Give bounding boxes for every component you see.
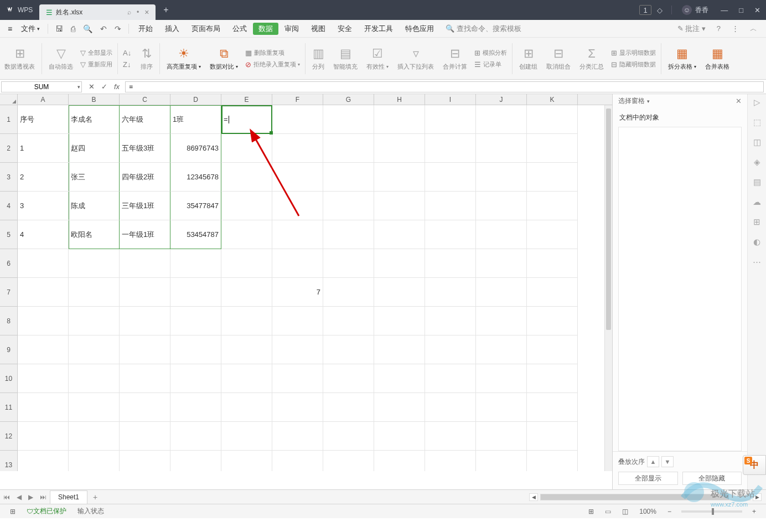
cell[interactable]: 86976743 (170, 134, 221, 163)
cell[interactable]: 12345678 (170, 163, 221, 192)
record-form-button[interactable]: ☰记录单 (474, 60, 507, 69)
cell[interactable] (221, 134, 272, 163)
cell[interactable] (69, 393, 120, 422)
tab-security[interactable]: 安全 (332, 20, 358, 37)
cell[interactable] (221, 422, 272, 451)
row-header[interactable]: 5 (0, 220, 18, 249)
tab-start[interactable]: 开始 (132, 20, 159, 37)
cell[interactable] (476, 422, 527, 451)
cell[interactable] (323, 278, 374, 307)
save-icon[interactable]: 🖫 (51, 24, 67, 33)
cell[interactable] (272, 163, 323, 192)
sort-asc-icon[interactable]: A↓ (123, 49, 133, 57)
cell[interactable] (18, 278, 69, 307)
sheet-nav-prev-icon[interactable]: ◀ (13, 493, 25, 501)
tab-developer[interactable]: 开发工具 (358, 20, 399, 37)
cell[interactable] (425, 393, 476, 422)
hamburger-icon[interactable]: ≡ (3, 24, 17, 33)
cell[interactable] (69, 451, 120, 471)
tab-view[interactable]: 视图 (305, 20, 332, 37)
cell[interactable] (323, 220, 374, 249)
cell[interactable] (18, 364, 69, 393)
horizontal-scrollbar[interactable] (540, 494, 751, 500)
insert-dropdown-button[interactable]: ▿插入下拉列表 (393, 38, 438, 79)
reapply-button[interactable]: ▽重新应用 (80, 60, 112, 69)
cell[interactable] (425, 307, 476, 335)
zoom-slider[interactable] (681, 510, 742, 513)
show-detail-button[interactable]: ⊞显示明细数据 (611, 49, 656, 57)
cell[interactable] (374, 192, 425, 220)
user-area[interactable]: ☺ 香香 (675, 5, 715, 15)
tab-review[interactable]: 审阅 (278, 20, 305, 37)
cell[interactable] (69, 364, 120, 393)
cell[interactable] (120, 249, 170, 278)
cell[interactable]: 3 (18, 192, 69, 220)
cell[interactable]: 1 (18, 134, 69, 163)
view-split-icon[interactable]: ◫ (617, 508, 634, 515)
row-header[interactable]: 4 (0, 192, 18, 220)
cell[interactable] (374, 393, 425, 422)
cell[interactable]: 一年级1班 (120, 220, 170, 249)
tab-data[interactable]: 数据 (253, 23, 278, 35)
cell[interactable] (374, 364, 425, 393)
show-all-objects-button[interactable]: 全部显示 (618, 472, 678, 485)
sheet-nav-last-icon[interactable]: ⏭ (37, 493, 50, 501)
cell[interactable] (425, 249, 476, 278)
highlight-duplicates-button[interactable]: ☀高亮重复项▾ (162, 38, 205, 79)
cell[interactable] (476, 163, 527, 192)
cell[interactable] (476, 192, 527, 220)
subtotal-button[interactable]: Σ分类汇总 (575, 38, 608, 79)
row-header[interactable]: 1 (0, 105, 18, 134)
cell[interactable] (476, 364, 527, 393)
cell[interactable]: 35477847 (170, 192, 221, 220)
cell[interactable] (323, 393, 374, 422)
show-all-button[interactable]: ▽全部显示 (80, 49, 112, 57)
col-header-h[interactable]: H (374, 94, 425, 105)
view-normal-icon[interactable]: ⊞ (583, 508, 599, 515)
cell[interactable] (323, 364, 374, 393)
row-header[interactable]: 2 (0, 134, 18, 163)
row-header[interactable]: 13 (0, 451, 18, 471)
cell[interactable] (323, 163, 374, 192)
move-down-button[interactable]: ▼ (661, 456, 674, 467)
cell[interactable] (476, 134, 527, 163)
add-sheet-icon[interactable]: + (87, 493, 103, 502)
cell[interactable] (272, 220, 323, 249)
cell[interactable] (425, 220, 476, 249)
cell[interactable] (374, 422, 425, 451)
spreadsheet-grid[interactable]: A B C D E F G H I J K 1序号李成名六年级1班=21赵四五年… (0, 94, 612, 471)
cell[interactable] (527, 422, 578, 451)
col-header-a[interactable]: A (18, 94, 69, 105)
cell[interactable] (425, 278, 476, 307)
cell[interactable] (18, 249, 69, 278)
cell[interactable] (170, 278, 221, 307)
sort-desc-icon[interactable]: Z↓ (123, 60, 133, 69)
cell[interactable]: 1班 (170, 105, 221, 134)
cell[interactable] (170, 422, 221, 451)
col-header-e[interactable]: E (221, 94, 272, 105)
cell[interactable] (527, 105, 578, 134)
sheet-tab-sheet1[interactable]: Sheet1 (50, 490, 87, 504)
pane-selector[interactable]: 选择窗格 (618, 96, 645, 106)
cell[interactable] (425, 335, 476, 364)
move-up-button[interactable]: ▲ (647, 456, 659, 467)
name-box[interactable]: SUM▾ (1, 81, 82, 92)
cell[interactable] (221, 192, 272, 220)
cell[interactable] (272, 451, 323, 471)
consolidate-button[interactable]: ⊟合并计算 (438, 38, 472, 79)
window-minimize-icon[interactable]: — (715, 6, 733, 14)
cell[interactable] (221, 364, 272, 393)
cell[interactable] (120, 307, 170, 335)
cell[interactable] (69, 422, 120, 451)
window-maximize-icon[interactable]: □ (733, 6, 749, 14)
cell[interactable] (170, 335, 221, 364)
cell[interactable] (272, 393, 323, 422)
cell[interactable] (272, 249, 323, 278)
cell[interactable] (272, 134, 323, 163)
cell[interactable] (69, 307, 120, 335)
row-header[interactable]: 11 (0, 393, 18, 422)
split-table-button[interactable]: ▦拆分表格▾ (664, 38, 701, 79)
hscroll-left-icon[interactable]: ◀ (529, 493, 538, 501)
undo-icon[interactable]: ↶ (96, 24, 111, 33)
cell[interactable]: 陈成 (69, 192, 120, 220)
